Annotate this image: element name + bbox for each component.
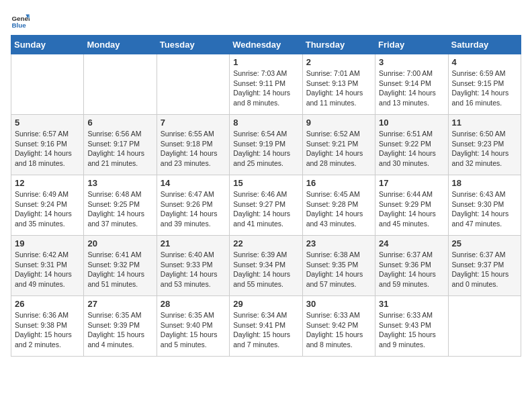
day-content: Sunrise: 6:48 AM Sunset: 9:25 PM Dayligh… bbox=[87, 189, 152, 229]
calendar-cell: 8Sunrise: 6:54 AM Sunset: 9:19 PM Daylig… bbox=[230, 115, 302, 175]
day-content: Sunrise: 6:43 AM Sunset: 9:30 PM Dayligh… bbox=[452, 189, 517, 229]
calendar-cell: 15Sunrise: 6:46 AM Sunset: 9:27 PM Dayli… bbox=[230, 175, 302, 236]
day-content: Sunrise: 6:50 AM Sunset: 9:23 PM Dayligh… bbox=[452, 129, 517, 169]
calendar-header-row: SundayMondayTuesdayWednesdayThursdayFrid… bbox=[11, 36, 521, 54]
day-number: 8 bbox=[233, 118, 298, 128]
day-number: 16 bbox=[306, 178, 371, 188]
day-content: Sunrise: 6:56 AM Sunset: 9:17 PM Dayligh… bbox=[87, 129, 152, 169]
day-number: 9 bbox=[306, 118, 371, 128]
calendar-cell: 28Sunrise: 6:35 AM Sunset: 9:40 PM Dayli… bbox=[157, 296, 229, 357]
day-number: 6 bbox=[87, 118, 152, 128]
calendar-cell: 11Sunrise: 6:50 AM Sunset: 9:23 PM Dayli… bbox=[448, 115, 521, 175]
calendar-cell: 27Sunrise: 6:35 AM Sunset: 9:39 PM Dayli… bbox=[84, 296, 157, 357]
day-number: 7 bbox=[161, 118, 226, 128]
day-content: Sunrise: 6:54 AM Sunset: 9:19 PM Dayligh… bbox=[233, 129, 298, 169]
calendar-cell: 24Sunrise: 6:37 AM Sunset: 9:36 PM Dayli… bbox=[375, 236, 448, 296]
calendar-cell: 2Sunrise: 7:01 AM Sunset: 9:13 PM Daylig… bbox=[302, 54, 375, 115]
calendar-cell: 18Sunrise: 6:43 AM Sunset: 9:30 PM Dayli… bbox=[448, 175, 521, 236]
col-header-wednesday: Wednesday bbox=[230, 36, 302, 54]
day-number: 1 bbox=[233, 57, 298, 67]
calendar-cell: 10Sunrise: 6:51 AM Sunset: 9:22 PM Dayli… bbox=[375, 115, 448, 175]
day-number: 5 bbox=[15, 118, 80, 128]
day-content: Sunrise: 6:57 AM Sunset: 9:16 PM Dayligh… bbox=[15, 129, 80, 169]
calendar-cell: 9Sunrise: 6:52 AM Sunset: 9:21 PM Daylig… bbox=[302, 115, 375, 175]
calendar-cell: 4Sunrise: 6:59 AM Sunset: 9:15 PM Daylig… bbox=[448, 54, 521, 115]
day-number: 31 bbox=[379, 299, 444, 309]
calendar-cell: 17Sunrise: 6:44 AM Sunset: 9:29 PM Dayli… bbox=[375, 175, 448, 236]
day-content: Sunrise: 6:36 AM Sunset: 9:38 PM Dayligh… bbox=[15, 310, 80, 350]
calendar-week-3: 12Sunrise: 6:49 AM Sunset: 9:24 PM Dayli… bbox=[11, 175, 521, 236]
day-content: Sunrise: 7:00 AM Sunset: 9:14 PM Dayligh… bbox=[379, 68, 444, 108]
day-content: Sunrise: 6:51 AM Sunset: 9:22 PM Dayligh… bbox=[379, 129, 444, 169]
calendar-cell: 25Sunrise: 6:37 AM Sunset: 9:37 PM Dayli… bbox=[448, 236, 521, 296]
day-content: Sunrise: 6:55 AM Sunset: 9:18 PM Dayligh… bbox=[161, 129, 226, 169]
calendar-cell: 16Sunrise: 6:45 AM Sunset: 9:28 PM Dayli… bbox=[302, 175, 375, 236]
day-number: 26 bbox=[15, 299, 80, 309]
day-number: 3 bbox=[379, 57, 444, 67]
calendar-cell: 23Sunrise: 6:38 AM Sunset: 9:35 PM Dayli… bbox=[302, 236, 375, 296]
calendar-cell: 6Sunrise: 6:56 AM Sunset: 9:17 PM Daylig… bbox=[84, 115, 157, 175]
page-header: General Blue bbox=[11, 11, 521, 30]
svg-text:Blue: Blue bbox=[11, 21, 26, 29]
day-number: 17 bbox=[379, 178, 444, 188]
col-header-sunday: Sunday bbox=[11, 36, 84, 54]
day-number: 20 bbox=[87, 238, 152, 248]
day-number: 11 bbox=[452, 118, 517, 128]
day-number: 19 bbox=[15, 238, 80, 248]
day-number: 10 bbox=[379, 118, 444, 128]
day-content: Sunrise: 6:35 AM Sunset: 9:40 PM Dayligh… bbox=[161, 310, 226, 350]
day-number: 28 bbox=[161, 299, 226, 309]
day-number: 29 bbox=[233, 299, 298, 309]
calendar-cell: 14Sunrise: 6:47 AM Sunset: 9:26 PM Dayli… bbox=[157, 175, 229, 236]
day-number: 13 bbox=[87, 178, 152, 188]
calendar-cell: 1Sunrise: 7:03 AM Sunset: 9:11 PM Daylig… bbox=[230, 54, 302, 115]
calendar-cell: 26Sunrise: 6:36 AM Sunset: 9:38 PM Dayli… bbox=[11, 296, 84, 357]
day-number: 12 bbox=[15, 178, 80, 188]
day-content: Sunrise: 6:44 AM Sunset: 9:29 PM Dayligh… bbox=[379, 189, 444, 229]
day-number: 30 bbox=[306, 299, 371, 309]
day-content: Sunrise: 6:40 AM Sunset: 9:33 PM Dayligh… bbox=[161, 250, 226, 289]
calendar-cell: 12Sunrise: 6:49 AM Sunset: 9:24 PM Dayli… bbox=[11, 175, 84, 236]
calendar-week-2: 5Sunrise: 6:57 AM Sunset: 9:16 PM Daylig… bbox=[11, 115, 521, 175]
calendar-cell bbox=[448, 296, 521, 357]
day-content: Sunrise: 7:03 AM Sunset: 9:11 PM Dayligh… bbox=[233, 68, 298, 108]
day-content: Sunrise: 6:39 AM Sunset: 9:34 PM Dayligh… bbox=[233, 250, 298, 289]
day-content: Sunrise: 6:34 AM Sunset: 9:41 PM Dayligh… bbox=[233, 310, 298, 350]
day-number: 22 bbox=[233, 238, 298, 248]
calendar-cell: 3Sunrise: 7:00 AM Sunset: 9:14 PM Daylig… bbox=[375, 54, 448, 115]
calendar-cell: 13Sunrise: 6:48 AM Sunset: 9:25 PM Dayli… bbox=[84, 175, 157, 236]
calendar-cell: 7Sunrise: 6:55 AM Sunset: 9:18 PM Daylig… bbox=[157, 115, 229, 175]
calendar-week-1: 1Sunrise: 7:03 AM Sunset: 9:11 PM Daylig… bbox=[11, 54, 521, 115]
calendar-cell: 20Sunrise: 6:41 AM Sunset: 9:32 PM Dayli… bbox=[84, 236, 157, 296]
calendar-cell: 5Sunrise: 6:57 AM Sunset: 9:16 PM Daylig… bbox=[11, 115, 84, 175]
day-number: 25 bbox=[452, 238, 517, 248]
day-number: 15 bbox=[233, 178, 298, 188]
col-header-friday: Friday bbox=[375, 36, 448, 54]
logo-icon: General Blue bbox=[11, 11, 30, 30]
day-number: 24 bbox=[379, 238, 444, 248]
day-content: Sunrise: 6:59 AM Sunset: 9:15 PM Dayligh… bbox=[452, 68, 517, 108]
calendar-cell: 29Sunrise: 6:34 AM Sunset: 9:41 PM Dayli… bbox=[230, 296, 302, 357]
calendar-cell bbox=[157, 54, 229, 115]
calendar-cell bbox=[11, 54, 84, 115]
calendar-table: SundayMondayTuesdayWednesdayThursdayFrid… bbox=[11, 35, 521, 357]
calendar-cell: 30Sunrise: 6:33 AM Sunset: 9:42 PM Dayli… bbox=[302, 296, 375, 357]
day-content: Sunrise: 6:46 AM Sunset: 9:27 PM Dayligh… bbox=[233, 189, 298, 229]
day-number: 14 bbox=[161, 178, 226, 188]
day-content: Sunrise: 6:33 AM Sunset: 9:42 PM Dayligh… bbox=[306, 310, 371, 350]
calendar-cell: 21Sunrise: 6:40 AM Sunset: 9:33 PM Dayli… bbox=[157, 236, 229, 296]
day-content: Sunrise: 6:38 AM Sunset: 9:35 PM Dayligh… bbox=[306, 250, 371, 289]
day-number: 4 bbox=[452, 57, 517, 67]
day-number: 23 bbox=[306, 238, 371, 248]
day-content: Sunrise: 6:37 AM Sunset: 9:37 PM Dayligh… bbox=[452, 250, 517, 289]
col-header-saturday: Saturday bbox=[448, 36, 521, 54]
day-content: Sunrise: 6:45 AM Sunset: 9:28 PM Dayligh… bbox=[306, 189, 371, 229]
day-number: 21 bbox=[161, 238, 226, 248]
logo: General Blue bbox=[11, 11, 32, 30]
day-content: Sunrise: 6:37 AM Sunset: 9:36 PM Dayligh… bbox=[379, 250, 444, 289]
calendar-cell: 31Sunrise: 6:33 AM Sunset: 9:43 PM Dayli… bbox=[375, 296, 448, 357]
day-content: Sunrise: 6:41 AM Sunset: 9:32 PM Dayligh… bbox=[87, 250, 152, 289]
day-number: 18 bbox=[452, 178, 517, 188]
day-content: Sunrise: 6:42 AM Sunset: 9:31 PM Dayligh… bbox=[15, 250, 80, 289]
day-content: Sunrise: 6:52 AM Sunset: 9:21 PM Dayligh… bbox=[306, 129, 371, 169]
